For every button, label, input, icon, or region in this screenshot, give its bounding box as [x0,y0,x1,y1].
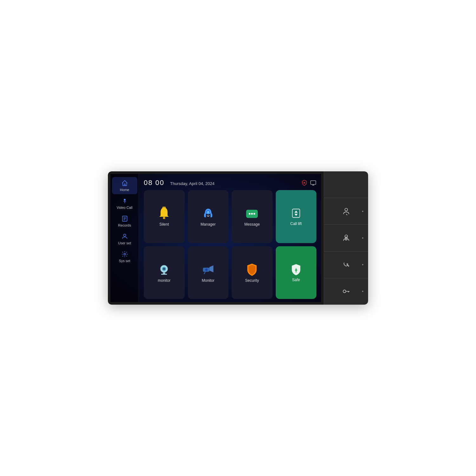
tile-calllift[interactable]: Call lift [276,190,317,243]
time-display: 08 00 [144,179,164,187]
svg-marker-23 [294,214,298,216]
svg-point-19 [251,213,253,215]
svg-point-18 [249,213,251,215]
svg-point-34 [345,208,348,211]
svg-point-31 [205,268,208,271]
panel-dot-4 [362,291,363,292]
panel-dot-3 [362,264,363,265]
tile-monitor-small[interactable]: monitor [144,246,185,299]
tile-calllift-label: Call lift [290,221,302,226]
svg-point-41 [343,290,346,293]
status-icons [301,180,316,186]
tile-silent-label: Silent [159,222,169,227]
lockperson-icon [342,234,350,242]
sidebar-item-userset[interactable]: User set [112,230,137,248]
right-button-panel [324,171,368,305]
shield-security-icon [245,262,259,276]
svg-marker-22 [294,211,298,213]
panel-dot-2 [362,237,363,239]
sysset-icon [121,251,128,258]
tile-safe-label: Safe [292,278,300,282]
panel-button-keyhorizontal[interactable] [324,278,368,305]
tile-security-label: Security [245,278,259,283]
svg-point-7 [124,253,126,255]
tile-manager-label: Manager [201,222,215,227]
userset-icon [121,233,128,240]
tile-manager[interactable]: Manager [188,190,229,243]
svg-point-13 [163,217,165,219]
shield-x-icon [301,180,307,186]
sidebar-item-sysset[interactable]: Sys set [112,248,137,265]
tile-silent[interactable]: Silent [144,190,185,243]
sidebar-item-home[interactable]: Home [112,177,137,194]
sidebar-item-records[interactable]: Records [112,213,137,230]
panel-top-spacer [324,171,368,198]
sidebar-videocall-label: Video Call [117,206,133,209]
elevator-icon [290,207,302,220]
svg-point-20 [254,213,255,215]
svg-line-32 [204,272,205,274]
panel-button-key[interactable] [324,252,368,278]
tile-message[interactable]: Message [232,190,273,243]
tile-message-label: Message [244,222,260,227]
svg-point-26 [163,268,165,270]
tile-monitor-small-label: monitor [158,278,170,283]
tile-security[interactable]: Security [232,246,273,299]
tile-monitor-cctv-label: Monitor [202,278,215,283]
svg-rect-21 [292,209,300,218]
sidebar: Home Video Call [110,174,139,302]
tile-safe[interactable]: Safe [276,246,317,299]
app-grid: Silent Manager [144,190,316,299]
svg-point-6 [123,234,126,236]
tile-monitor-cctv[interactable]: Monitor [188,246,229,299]
svg-rect-10 [311,181,316,184]
panel-dot-1 [362,211,363,212]
device-panel: Home Video Call [108,171,368,305]
svg-rect-28 [161,274,167,275]
sidebar-item-videocall[interactable]: Video Call [112,195,137,212]
monitor-status-icon [310,180,316,186]
main-area: 08 00 Thursday, April 04, 2024 [139,174,321,302]
svg-point-0 [124,199,126,201]
status-bar: 08 00 Thursday, April 04, 2024 [144,177,316,190]
sidebar-records-label: Records [118,223,131,227]
home-icon [121,180,128,187]
cctv-icon [201,262,215,276]
webcam-icon [157,262,171,276]
sidebar-home-label: Home [120,188,129,192]
svg-marker-30 [209,265,213,272]
screen-content: Home Video Call [110,174,321,302]
screen-panel: Home Video Call [108,171,324,305]
panel-button-lockperson[interactable] [324,225,368,251]
records-icon [121,215,128,222]
date-display: Thursday, April 04, 2024 [170,181,215,186]
sidebar-sysset-label: Sys set [119,259,130,263]
svg-point-16 [207,211,209,213]
headphone-icon [201,206,215,220]
key-horizontal-icon [342,287,350,295]
svg-line-40 [348,265,349,266]
message-icon [245,206,259,220]
key-curved-icon [342,261,350,269]
videocall-icon [121,197,128,204]
bell-icon [157,206,171,220]
person-icon [342,207,350,215]
panel-button-person[interactable] [324,198,368,225]
svg-line-35 [346,214,347,215]
safe-icon [290,263,302,276]
sidebar-userset-label: User set [118,241,131,245]
